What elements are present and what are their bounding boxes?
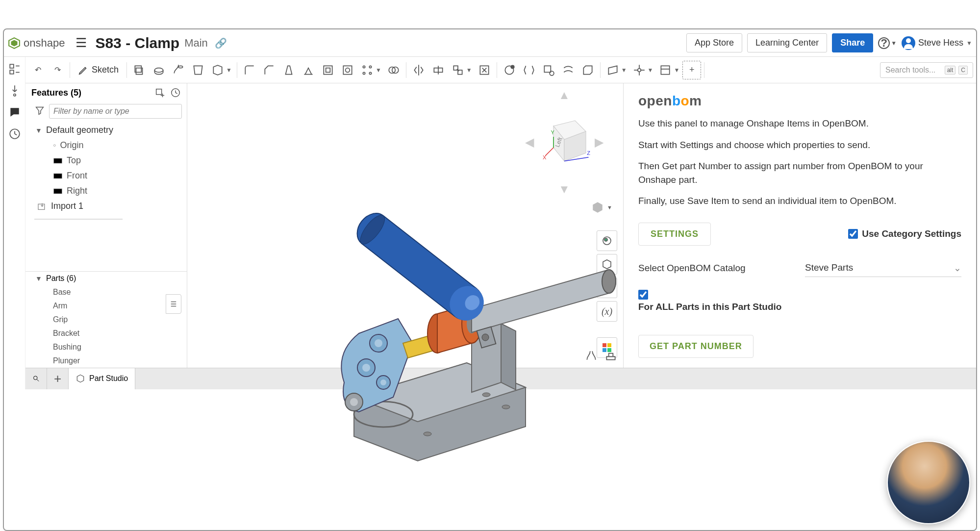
pattern-icon[interactable] xyxy=(358,61,377,79)
openbom-intro-text: Finally, use Save Item to send an indivi… xyxy=(638,194,961,208)
svg-rect-17 xyxy=(324,66,332,74)
move-face-icon[interactable] xyxy=(520,61,538,79)
chevron-down-icon[interactable]: ▼ xyxy=(376,67,383,74)
svg-point-97 xyxy=(482,334,489,341)
add-feature-icon[interactable] xyxy=(154,87,165,98)
chevron-down-icon[interactable]: ▼ xyxy=(648,67,655,74)
svg-point-83 xyxy=(424,432,431,436)
app-store-button[interactable]: App Store xyxy=(686,33,742,52)
add-tab-icon[interactable]: + xyxy=(47,368,69,389)
chevron-down-icon[interactable]: ▼ xyxy=(466,67,474,74)
offset-surface-icon[interactable] xyxy=(559,61,578,79)
frame-icon[interactable] xyxy=(656,61,675,79)
custom-features-icon[interactable]: + xyxy=(682,61,701,79)
chevron-down-icon[interactable]: ▼ xyxy=(674,67,681,74)
all-parts-label: For ALL Parts in this Part Studio xyxy=(638,302,781,312)
avatar-icon xyxy=(902,36,915,50)
sweep-icon[interactable] xyxy=(169,61,188,79)
transform-icon[interactable] xyxy=(449,61,467,79)
user-menu[interactable]: Steve Hess ▼ xyxy=(902,36,972,50)
svg-point-82 xyxy=(502,405,510,409)
mirror-icon[interactable] xyxy=(409,61,428,79)
split-icon[interactable] xyxy=(429,61,448,79)
parts-header[interactable]: ▼Parts (6) xyxy=(25,272,187,285)
svg-marker-1 xyxy=(11,40,18,46)
tree-item-origin[interactable]: ◦Origin xyxy=(25,138,187,153)
filter-input[interactable] xyxy=(49,104,182,119)
extrude-icon[interactable] xyxy=(130,61,149,79)
svg-line-63 xyxy=(546,148,554,156)
user-name: Steve Hess xyxy=(918,38,963,48)
rollback-icon[interactable] xyxy=(170,87,181,98)
chamfer-icon[interactable] xyxy=(260,61,278,79)
catalog-value: Steve Parts xyxy=(805,262,853,273)
tree-item-import[interactable]: Import 1 xyxy=(25,199,187,214)
svg-rect-55 xyxy=(38,204,45,209)
share-button[interactable]: Share xyxy=(832,33,873,52)
part-item[interactable]: Arm xyxy=(25,299,187,313)
undo-icon[interactable]: ↶ xyxy=(28,61,47,79)
chevron-down-icon[interactable]: ▼ xyxy=(621,67,629,74)
settings-button[interactable]: SETTINGS xyxy=(638,223,711,246)
shell-icon[interactable] xyxy=(319,61,337,79)
chevron-down-icon: ⌄ xyxy=(954,262,961,274)
sketch-button[interactable]: Sketch xyxy=(73,65,124,76)
clamp-model xyxy=(285,196,643,471)
tree-item-right[interactable]: Right xyxy=(25,183,187,199)
chevron-down-icon[interactable]: ▼ xyxy=(226,67,234,74)
insert-icon[interactable] xyxy=(8,84,21,97)
svg-point-22 xyxy=(369,66,371,68)
search-tools-input[interactable]: Search tools... alt C xyxy=(880,62,973,78)
svg-text:X: X xyxy=(543,154,547,160)
3d-viewport[interactable]: ▲ ▼ ◀ ▶ Left X Y Z xyxy=(187,83,623,368)
svg-point-15 xyxy=(154,68,163,72)
comment-icon[interactable] xyxy=(8,106,21,119)
openbom-panel: openbom Use this panel to manage Onshape… xyxy=(623,83,976,368)
part-item[interactable]: Base xyxy=(25,285,187,299)
boolean-icon[interactable] xyxy=(384,61,403,79)
search-tabs-icon[interactable] xyxy=(25,368,47,389)
tree-item-top[interactable]: Top xyxy=(25,153,187,168)
part-item[interactable]: Bracket xyxy=(25,327,187,340)
filter-icon[interactable] xyxy=(34,105,45,118)
catalog-select[interactable]: Steve Parts ⌄ xyxy=(805,259,961,277)
fillet-icon[interactable] xyxy=(240,61,259,79)
menu-icon[interactable]: ☰ xyxy=(75,35,89,51)
thicken-icon[interactable] xyxy=(208,61,227,79)
onshape-logo[interactable]: onshape xyxy=(8,37,65,50)
draft-icon[interactable] xyxy=(279,61,298,79)
plane-icon[interactable] xyxy=(603,61,622,79)
delete-face-icon[interactable] xyxy=(475,61,494,79)
tree-item-front[interactable]: Front xyxy=(25,168,187,183)
use-category-checkbox[interactable]: Use Category Settings xyxy=(848,228,961,239)
mate-connector-icon[interactable] xyxy=(630,61,649,79)
svg-rect-37 xyxy=(544,66,551,72)
modify-icon[interactable] xyxy=(500,61,519,79)
svg-point-20 xyxy=(346,68,350,72)
part-item[interactable]: Plunger xyxy=(25,354,187,368)
svg-point-101 xyxy=(34,376,38,380)
features-panel-icon[interactable] xyxy=(8,63,21,76)
view-cube[interactable]: ▲ ▼ ◀ ▶ Left X Y Z xyxy=(525,88,603,196)
redo-icon[interactable]: ↷ xyxy=(48,61,67,79)
collapse-tree-icon[interactable] xyxy=(166,294,181,314)
help-icon[interactable]: ?▼ xyxy=(878,37,897,49)
svg-point-38 xyxy=(550,71,554,76)
learning-center-button[interactable]: Learning Center xyxy=(747,33,827,52)
sheet-metal-icon[interactable] xyxy=(578,61,597,79)
part-item[interactable]: Grip xyxy=(25,313,187,327)
get-part-number-button[interactable]: GET PART NUMBER xyxy=(638,335,754,358)
tab-part-studio[interactable]: Part Studio xyxy=(69,368,135,389)
tree-item-default-geometry[interactable]: ▼Default geometry xyxy=(25,123,187,138)
document-branch[interactable]: Main xyxy=(184,37,208,50)
link-icon[interactable]: 🔗 xyxy=(215,37,227,49)
revolve-icon[interactable] xyxy=(150,61,168,79)
hole-icon[interactable] xyxy=(338,61,357,79)
rib-icon[interactable] xyxy=(299,61,318,79)
svg-rect-52 xyxy=(54,158,62,163)
part-item[interactable]: Bushing xyxy=(25,340,187,354)
replace-face-icon[interactable] xyxy=(539,61,558,79)
history-icon[interactable] xyxy=(8,127,21,140)
loft-icon[interactable] xyxy=(189,61,207,79)
use-category-checkbox-input[interactable] xyxy=(848,229,858,239)
